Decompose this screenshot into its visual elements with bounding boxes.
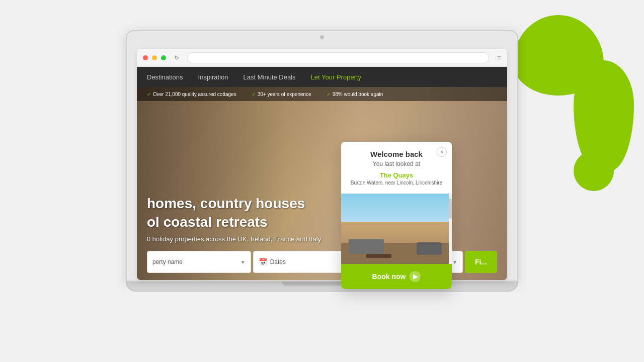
welcome-back-popup: × Welcome back You last looked at The Qu…: [341, 142, 452, 289]
popup-property-image: [341, 194, 452, 264]
hero-content: homes, country houses ol coastal retreat…: [147, 195, 321, 243]
popup-header: × Welcome back You last looked at: [341, 142, 452, 171]
book-arrow-icon: ▶: [410, 271, 421, 282]
blob-shape-2: [574, 60, 634, 171]
popup-image-scene: [341, 194, 452, 264]
blob-shape-1: [513, 15, 604, 96]
sofa-right: [417, 242, 442, 255]
hero-headline: homes, country houses ol coastal retreat…: [147, 195, 321, 231]
property-dropdown-arrow[interactable]: ▼: [240, 259, 246, 265]
table: [366, 254, 391, 258]
laptop-screen: ↻ ≡ Destinations Inspiration Last Minute…: [126, 30, 518, 282]
refresh-icon[interactable]: ↻: [174, 54, 179, 61]
book-now-label: Book now: [372, 273, 406, 281]
trust-item-cottages: ✓ Over 21,000 quality assured cottages: [147, 92, 236, 97]
sky: [341, 194, 452, 225]
book-now-button[interactable]: Book now ▶: [341, 264, 452, 289]
hero-subtext: 0 holiday properties across the UK, Irel…: [147, 235, 321, 243]
popup-close-button[interactable]: ×: [437, 147, 447, 157]
popup-scrollbar-thumb[interactable]: [449, 199, 452, 219]
search-button[interactable]: Fi...: [465, 251, 497, 273]
calendar-icon: 📅: [259, 258, 267, 266]
trust-item-rebook: ✓ 98% would book again: [327, 92, 383, 97]
trust-bar: ✓ Over 21,000 quality assured cottages ✓…: [137, 87, 507, 101]
check-icon-2: ✓: [252, 92, 256, 97]
sofa-left: [349, 239, 384, 254]
trust-item-experience: ✓ 30+ years of experience: [252, 92, 311, 97]
close-button-browser[interactable]: [143, 55, 148, 60]
popup-scrollbar[interactable]: [449, 194, 452, 264]
popup-property-info: The Quays Burton Waters, near Lincoln, L…: [341, 171, 452, 194]
nav-item-destinations[interactable]: Destinations: [147, 73, 183, 81]
site-navigation: Destinations Inspiration Last Minute Dea…: [137, 67, 507, 87]
check-icon-1: ✓: [147, 92, 151, 97]
maximize-button-browser[interactable]: [161, 55, 166, 60]
browser-menu-icon[interactable]: ≡: [497, 54, 501, 62]
guests-dropdown-arrow[interactable]: ▼: [452, 259, 457, 265]
dates-label: Dates: [270, 258, 286, 265]
popup-title: Welcome back: [349, 150, 444, 158]
blob-shape-3: [574, 151, 614, 191]
nav-item-last-minute[interactable]: Last Minute Deals: [244, 73, 296, 81]
laptop-camera: [320, 35, 324, 39]
popup-subtitle: You last looked at: [349, 160, 444, 167]
laptop-base: [126, 282, 518, 292]
popup-property-location: Burton Waters, near Lincoln, Lincolnshir…: [349, 180, 444, 186]
browser-toolbar: ↻ ≡: [137, 49, 507, 67]
laptop-device: ↻ ≡ Destinations Inspiration Last Minute…: [126, 30, 518, 332]
minimize-button-browser[interactable]: [152, 55, 157, 60]
nav-item-let-property[interactable]: Let Your Property: [311, 73, 361, 81]
search-field-label: perty name: [152, 258, 183, 265]
url-bar[interactable]: [187, 52, 489, 63]
popup-property-name: The Quays: [349, 171, 444, 179]
check-icon-3: ✓: [327, 92, 331, 97]
property-name-field[interactable]: perty name ▼: [147, 251, 251, 273]
nav-item-inspiration[interactable]: Inspiration: [198, 73, 228, 81]
